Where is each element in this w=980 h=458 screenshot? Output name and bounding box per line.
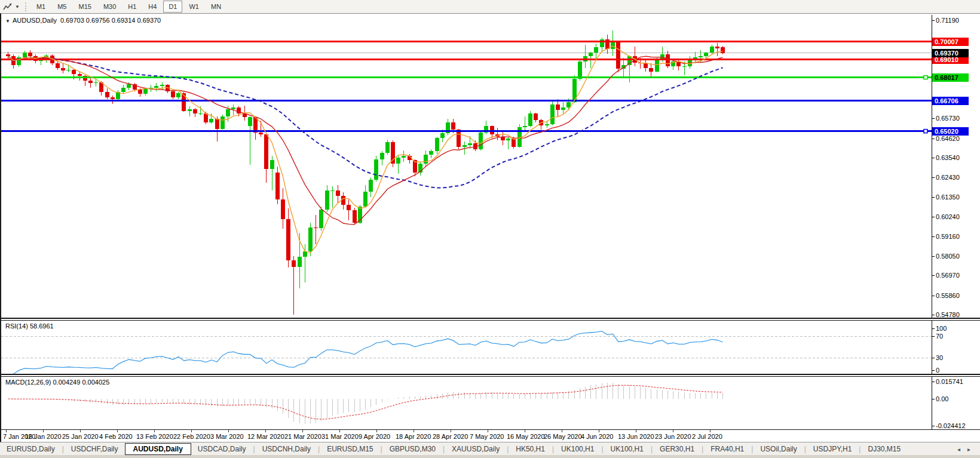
timeframe-button-m5[interactable]: M5 [52, 1, 72, 13]
timeframe-button-w1[interactable]: W1 [183, 1, 204, 13]
chart-tab-ger30-h1[interactable]: GER30,H1 [653, 444, 701, 454]
timeframe-button-mn[interactable]: MN [206, 1, 226, 13]
chart-tab-dj30-m15[interactable]: DJ30,M15 [861, 444, 907, 454]
chart-tab-bar: EURUSD,Daily|USDCHF,DailyAUDUSD,DailyUSD… [0, 442, 980, 456]
chart-title-dropdown-icon[interactable]: ▼ [5, 19, 10, 24]
chart-tab-usdchf-daily[interactable]: USDCHF,Daily [65, 444, 125, 454]
axis-tick [932, 217, 935, 217]
date-tick-label: 21 Mar 2020 [284, 433, 321, 440]
date-tick [673, 430, 673, 432]
date-tick [451, 430, 451, 432]
axis-tick [932, 399, 935, 399]
price-tick-label: 0.64620 [936, 134, 960, 143]
chart-line-tool-button[interactable]: ▼ [0, 2, 22, 11]
rsi-line [14, 331, 723, 374]
chart-tab-eurusd-m15[interactable]: EURUSD,M15 [320, 444, 379, 454]
main-price-pane[interactable] [1, 15, 932, 318]
date-tick-label: 26 May 2020 [544, 433, 582, 440]
date-tick-label: 12 Mar 2020 [247, 433, 284, 440]
axis-tick [932, 358, 935, 358]
timeframe-button-h4[interactable]: H4 [143, 1, 162, 13]
axis-tick [932, 20, 935, 21]
price-tick-label: 0.59160 [936, 232, 960, 241]
current-price-label[interactable]: 0.69370 [932, 49, 969, 57]
chart-tab-audusd-daily[interactable]: AUDUSD,Daily [125, 443, 191, 455]
axis-tick [932, 139, 935, 139]
price-tick-label: 0.60240 [936, 213, 960, 221]
chart-tab-list: EURUSD,Daily|USDCHF,DailyAUDUSD,DailyUSD… [0, 443, 907, 455]
chart-tab-gbpusd-m30[interactable]: GBPUSD,M30 [383, 444, 442, 454]
timeframe-button-m1[interactable]: M1 [31, 1, 51, 13]
rsi-pane[interactable] [1, 321, 932, 374]
axis-tick [932, 328, 935, 329]
price-tick-label: 0.55860 [936, 291, 960, 300]
chart-tab-fra40-h1[interactable]: FRA40,H1 [704, 444, 751, 454]
date-tick [599, 430, 599, 432]
price-tick-label: 0.58050 [936, 252, 960, 260]
chart-tab-usdcnh-daily[interactable]: USDCNH,Daily [256, 444, 317, 454]
chart-title-symbol: AUDUSD,Daily [13, 17, 57, 24]
date-axis-border [1, 429, 980, 430]
timeframe-button-m30[interactable]: M30 [98, 1, 121, 13]
chart-tab-xauusd-daily[interactable]: XAUUSD,Daily [445, 444, 506, 454]
price-level-label[interactable]: 0.65020 [932, 127, 969, 136]
chart-tab-usdjpy-h1[interactable]: USDJPY,H1 [807, 444, 858, 454]
chart-tab-uk100-h1[interactable]: UK100,H1 [555, 444, 601, 454]
timeframe-button-d1[interactable]: D1 [163, 1, 182, 13]
chart-tab-uk100-h1[interactable]: UK100,H1 [604, 444, 650, 454]
axis-tick [932, 236, 935, 237]
line-handle[interactable] [924, 76, 927, 79]
date-tick-label: 25 Jan 2020 [62, 433, 99, 440]
timeframe-button-m15[interactable]: M15 [73, 1, 96, 13]
price-level-label[interactable]: 0.70007 [932, 38, 969, 46]
macd-pane[interactable] [1, 377, 932, 429]
macd-indicator-label: MACD(12,26,9) 0.004249 0.004025 [5, 379, 109, 386]
axis-tick [932, 382, 935, 382]
tool-dropdown-caret-icon[interactable]: ▼ [15, 4, 20, 10]
timeframe-button-group: M1M5M15M30H1H4D1W1MN [30, 1, 227, 13]
chart-tab-usoil-daily[interactable]: USOil,Daily [754, 444, 803, 454]
price-tick-label: 0.71190 [936, 16, 959, 24]
date-tick-label: 31 Mar 2020 [321, 433, 359, 440]
chart-tab-eurusd-daily[interactable]: EURUSD,Daily [0, 444, 62, 454]
trading-terminal-window: ▼ M1M5M15M30H1H4D1W1MN ▼AUDUSD,Daily 0.6… [0, 0, 980, 458]
price-tick-label: 70 [936, 332, 943, 340]
axis-tick [932, 177, 935, 178]
chart-tab-hk50-h1[interactable]: HK50,H1 [509, 444, 552, 454]
price-level-label[interactable]: 0.68017 [932, 73, 969, 82]
pane-separator[interactable] [1, 318, 980, 321]
date-tick [488, 430, 488, 432]
axis-tick [932, 336, 935, 337]
toolbar-grip-handle[interactable] [25, 2, 26, 11]
price-tick-label: 0.63540 [936, 153, 960, 162]
date-tick [265, 430, 266, 432]
date-tick-label: 23 Jun 2020 [655, 433, 691, 440]
price-level-label[interactable]: 0.66706 [932, 97, 969, 105]
date-tick [339, 430, 340, 432]
date-tick [710, 430, 710, 432]
price-tick-label: 0.62430 [936, 173, 960, 182]
date-tick-label: 13 Feb 2020 [136, 433, 173, 440]
date-tick [636, 430, 636, 432]
date-tick [302, 430, 303, 432]
date-tick-label: 4 Feb 2020 [99, 433, 133, 440]
tab-scroll-left-icon[interactable]: ◂ [957, 446, 960, 453]
chart-title: ▼AUDUSD,Daily 0.69703 0.69756 0.69314 0.… [5, 17, 161, 24]
price-tick-label: 0 [936, 366, 939, 374]
axis-tick [932, 315, 935, 315]
price-tick-label: 0.65730 [936, 114, 960, 122]
date-tick [376, 430, 377, 432]
date-tick-label: 28 Apr 2020 [433, 433, 468, 440]
price-tick-label: 100 [936, 324, 947, 333]
tab-scroll-right-icon[interactable]: ▸ [967, 446, 970, 453]
tab-scroll-arrows: ◂ ▸ [957, 446, 980, 453]
price-tick-label: 0.54780 [936, 311, 960, 319]
pane-separator[interactable] [1, 374, 980, 377]
chart-tab-usdcad-daily[interactable]: USDCAD,Daily [191, 444, 253, 454]
line-handle[interactable] [924, 130, 927, 133]
price-tick-label: 0.56970 [936, 271, 960, 279]
date-tick-label: 13 Jun 2020 [618, 433, 654, 440]
timeframe-button-h1[interactable]: H1 [122, 1, 142, 13]
date-tick [80, 430, 81, 432]
date-tick-label: 4 Jun 2020 [581, 433, 613, 440]
